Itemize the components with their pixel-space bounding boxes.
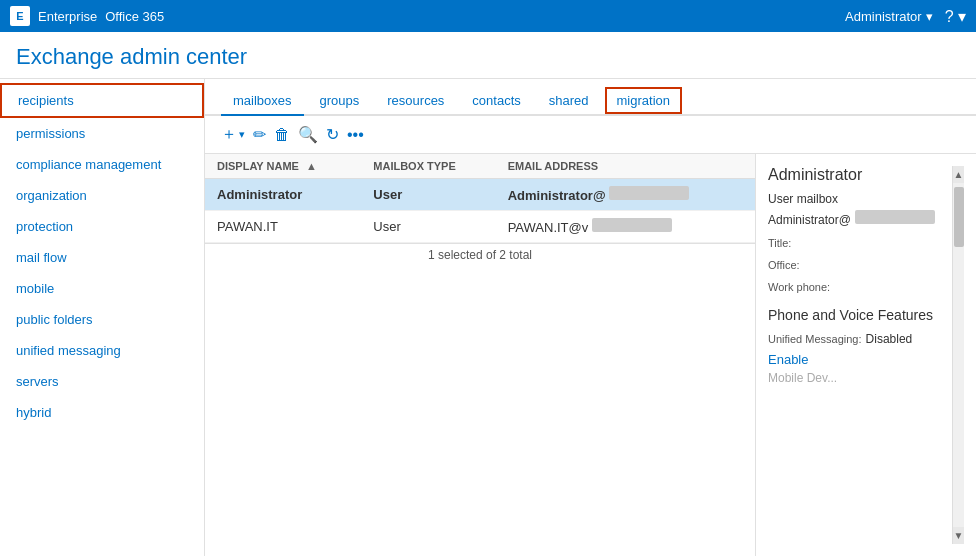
- mailbox-table: DISPLAY NAME ▲ MAILBOX TYPE EMAIL ADDRES…: [205, 154, 755, 243]
- edit-button[interactable]: ✏: [253, 125, 266, 144]
- search-button[interactable]: 🔍: [298, 125, 318, 144]
- chevron-down-icon-help: ▾: [958, 8, 966, 25]
- add-dropdown-arrow: ▾: [239, 128, 245, 141]
- masked-detail-email: [855, 210, 935, 224]
- plus-icon: ＋: [221, 124, 237, 145]
- detail-office-row: Office:: [768, 253, 952, 271]
- table-row[interactable]: Administrator User Administrator@: [205, 179, 755, 211]
- page-title: Exchange admin center: [16, 44, 960, 70]
- um-status: Disabled: [866, 332, 913, 346]
- detail-mailbox-type: User mailbox: [768, 192, 952, 206]
- tab-contacts[interactable]: contacts: [460, 87, 532, 114]
- sidebar-item-publicfolders[interactable]: public folders: [0, 304, 204, 335]
- refresh-button[interactable]: ↻: [326, 125, 339, 144]
- chevron-down-icon: ▾: [926, 9, 933, 24]
- scroll-up-arrow[interactable]: ▲: [953, 166, 964, 183]
- cell-mailbox-type: User: [361, 179, 495, 211]
- admin-menu-button[interactable]: Administrator ▾: [845, 9, 933, 24]
- sidebar-item-hybrid[interactable]: hybrid: [0, 397, 204, 428]
- table-left: DISPLAY NAME ▲ MAILBOX TYPE EMAIL ADDRES…: [205, 154, 756, 556]
- help-button[interactable]: ? ▾: [945, 7, 966, 26]
- table-header-row: DISPLAY NAME ▲ MAILBOX TYPE EMAIL ADDRES…: [205, 154, 755, 179]
- scroll-down-arrow[interactable]: ▼: [953, 527, 964, 544]
- page-header: Exchange admin center: [0, 32, 976, 79]
- main-layout: recipients permissions compliance manage…: [0, 79, 976, 556]
- col-display-name[interactable]: DISPLAY NAME ▲: [205, 154, 361, 179]
- delete-button[interactable]: 🗑: [274, 126, 290, 144]
- toolbar: ＋ ▾ ✏ 🗑 🔍 ↻ •••: [205, 116, 976, 154]
- sidebar: recipients permissions compliance manage…: [0, 79, 205, 556]
- detail-mobile-partial: Mobile Dev...: [768, 371, 952, 385]
- detail-title: Administrator: [768, 166, 952, 184]
- sidebar-item-protection[interactable]: protection: [0, 211, 204, 242]
- cell-display-name: PAWAN.IT: [205, 211, 361, 243]
- detail-scrollbar[interactable]: ▲ ▼: [952, 166, 964, 544]
- tabs-bar: mailboxes groups resources contacts shar…: [205, 79, 976, 116]
- sidebar-item-servers[interactable]: servers: [0, 366, 204, 397]
- sidebar-item-mailflow[interactable]: mail flow: [0, 242, 204, 273]
- question-icon: ?: [945, 8, 954, 25]
- detail-enable-row: Enable: [768, 352, 952, 367]
- sidebar-item-permissions[interactable]: permissions: [0, 118, 204, 149]
- sort-arrow-icon: ▲: [306, 160, 317, 172]
- sidebar-item-compliance[interactable]: compliance management: [0, 149, 204, 180]
- cell-mailbox-type: User: [361, 211, 495, 243]
- top-bar-left: E Enterprise Office 365: [10, 6, 164, 26]
- cell-email-address: PAWAN.IT@v: [496, 211, 755, 243]
- sidebar-item-mobile[interactable]: mobile: [0, 273, 204, 304]
- top-bar: E Enterprise Office 365 Administrator ▾ …: [0, 0, 976, 32]
- masked-email-1: [609, 186, 689, 200]
- refresh-icon: ↻: [326, 125, 339, 144]
- app-name-enterprise: Enterprise: [38, 9, 97, 24]
- tab-mailboxes[interactable]: mailboxes: [221, 87, 304, 114]
- tab-shared[interactable]: shared: [537, 87, 601, 114]
- pencil-icon: ✏: [253, 125, 266, 144]
- search-icon: 🔍: [298, 125, 318, 144]
- add-button[interactable]: ＋ ▾: [221, 124, 245, 145]
- detail-title-row: Title:: [768, 231, 952, 249]
- status-bar: 1 selected of 2 total: [205, 243, 755, 266]
- tab-groups[interactable]: groups: [308, 87, 372, 114]
- masked-email-2: [592, 218, 672, 232]
- admin-label: Administrator: [845, 9, 922, 24]
- table-container: DISPLAY NAME ▲ MAILBOX TYPE EMAIL ADDRES…: [205, 154, 976, 556]
- detail-um-row: Unified Messaging: Disabled: [768, 327, 952, 346]
- detail-email-row: Administrator@: [768, 210, 952, 227]
- more-button[interactable]: •••: [347, 126, 364, 144]
- tab-migration[interactable]: migration: [605, 87, 682, 114]
- detail-panel: Administrator User mailbox Administrator…: [756, 154, 976, 556]
- sidebar-item-organization[interactable]: organization: [0, 180, 204, 211]
- ellipsis-icon: •••: [347, 126, 364, 144]
- sidebar-item-recipients[interactable]: recipients: [0, 83, 204, 118]
- tab-resources[interactable]: resources: [375, 87, 456, 114]
- trash-icon: 🗑: [274, 126, 290, 144]
- col-mailbox-type: MAILBOX TYPE: [361, 154, 495, 179]
- detail-phone-section: Phone and Voice Features: [768, 307, 952, 323]
- detail-workphone-row: Work phone:: [768, 275, 952, 293]
- scroll-thumb: [954, 187, 964, 247]
- table-row[interactable]: PAWAN.IT User PAWAN.IT@v: [205, 211, 755, 243]
- app-logo: E: [10, 6, 30, 26]
- content-area: mailboxes groups resources contacts shar…: [205, 79, 976, 556]
- col-email-address: EMAIL ADDRESS: [496, 154, 755, 179]
- sidebar-item-unifiedmessaging[interactable]: unified messaging: [0, 335, 204, 366]
- cell-display-name: Administrator: [205, 179, 361, 211]
- tab-underline: [233, 114, 239, 116]
- cell-email-address: Administrator@: [496, 179, 755, 211]
- scroll-track: [953, 183, 964, 527]
- logo-icon: E: [16, 10, 23, 22]
- enable-link[interactable]: Enable: [768, 352, 808, 367]
- app-name-office: Office 365: [105, 9, 164, 24]
- top-bar-right: Administrator ▾ ? ▾: [845, 7, 966, 26]
